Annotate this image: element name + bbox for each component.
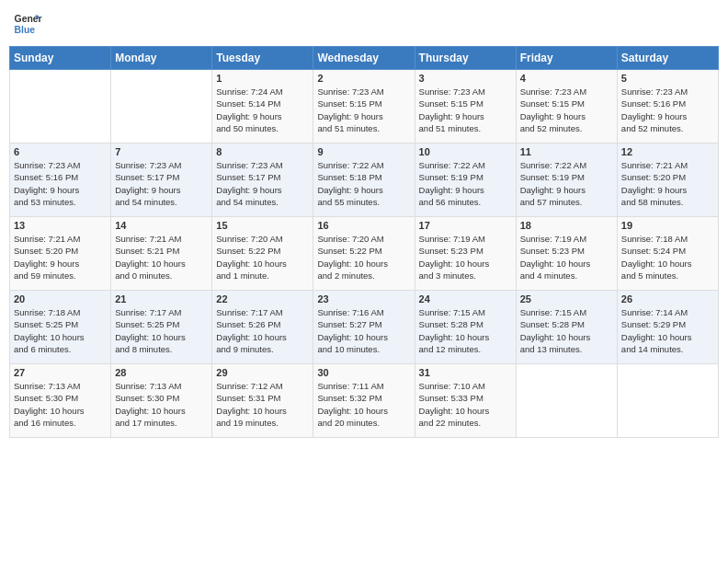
- day-cell: 8Sunrise: 7:23 AM Sunset: 5:17 PM Daylig…: [212, 144, 313, 217]
- day-cell: 20Sunrise: 7:18 AM Sunset: 5:25 PM Dayli…: [10, 291, 111, 364]
- day-cell: 22Sunrise: 7:17 AM Sunset: 5:26 PM Dayli…: [212, 291, 313, 364]
- day-cell: 18Sunrise: 7:19 AM Sunset: 5:23 PM Dayli…: [516, 217, 617, 291]
- day-cell: 3Sunrise: 7:23 AM Sunset: 5:15 PM Daylig…: [415, 70, 516, 144]
- day-cell: [111, 70, 212, 144]
- day-cell: 11Sunrise: 7:22 AM Sunset: 5:19 PM Dayli…: [516, 144, 617, 217]
- day-cell: 4Sunrise: 7:23 AM Sunset: 5:15 PM Daylig…: [516, 70, 617, 144]
- week-row-5: 27Sunrise: 7:13 AM Sunset: 5:30 PM Dayli…: [10, 364, 719, 438]
- day-number: 2: [317, 73, 410, 84]
- day-cell: 12Sunrise: 7:21 AM Sunset: 5:20 PM Dayli…: [617, 144, 718, 217]
- day-cell: 14Sunrise: 7:21 AM Sunset: 5:21 PM Dayli…: [111, 217, 212, 291]
- day-cell: 13Sunrise: 7:21 AM Sunset: 5:20 PM Dayli…: [10, 217, 111, 291]
- day-number: 14: [115, 220, 208, 231]
- day-info: Sunrise: 7:14 AM Sunset: 5:29 PM Dayligh…: [621, 306, 714, 355]
- day-cell: 21Sunrise: 7:17 AM Sunset: 5:25 PM Dayli…: [111, 291, 212, 364]
- day-cell: 31Sunrise: 7:10 AM Sunset: 5:33 PM Dayli…: [415, 364, 516, 438]
- weekday-header-wednesday: Wednesday: [313, 47, 415, 70]
- day-number: 16: [317, 220, 410, 231]
- day-number: 4: [520, 73, 613, 84]
- week-row-2: 6Sunrise: 7:23 AM Sunset: 5:16 PM Daylig…: [10, 144, 719, 217]
- day-info: Sunrise: 7:15 AM Sunset: 5:28 PM Dayligh…: [419, 306, 512, 355]
- day-info: Sunrise: 7:23 AM Sunset: 5:17 PM Dayligh…: [115, 159, 208, 208]
- weekday-header-sunday: Sunday: [10, 47, 111, 70]
- day-cell: 9Sunrise: 7:22 AM Sunset: 5:18 PM Daylig…: [313, 144, 415, 217]
- day-info: Sunrise: 7:19 AM Sunset: 5:23 PM Dayligh…: [419, 233, 512, 282]
- day-number: 13: [14, 220, 107, 231]
- weekday-header-monday: Monday: [111, 47, 212, 70]
- day-number: 27: [14, 367, 107, 378]
- day-number: 19: [621, 220, 714, 231]
- day-cell: 15Sunrise: 7:20 AM Sunset: 5:22 PM Dayli…: [212, 217, 313, 291]
- day-info: Sunrise: 7:23 AM Sunset: 5:16 PM Dayligh…: [621, 86, 714, 134]
- day-info: Sunrise: 7:15 AM Sunset: 5:28 PM Dayligh…: [520, 306, 613, 355]
- logo: General Blue: [13, 9, 42, 39]
- svg-text:Blue: Blue: [15, 25, 36, 35]
- day-info: Sunrise: 7:21 AM Sunset: 5:20 PM Dayligh…: [621, 159, 714, 208]
- week-row-3: 13Sunrise: 7:21 AM Sunset: 5:20 PM Dayli…: [10, 217, 719, 291]
- logo-icon: General Blue: [13, 9, 42, 39]
- day-cell: [516, 364, 617, 438]
- day-cell: 1Sunrise: 7:24 AM Sunset: 5:14 PM Daylig…: [212, 70, 313, 144]
- day-info: Sunrise: 7:20 AM Sunset: 5:22 PM Dayligh…: [216, 233, 309, 282]
- day-number: 12: [621, 146, 714, 157]
- day-info: Sunrise: 7:18 AM Sunset: 5:25 PM Dayligh…: [14, 306, 107, 355]
- day-cell: 28Sunrise: 7:13 AM Sunset: 5:30 PM Dayli…: [111, 364, 212, 438]
- day-number: 28: [115, 367, 208, 378]
- day-info: Sunrise: 7:24 AM Sunset: 5:14 PM Dayligh…: [216, 86, 309, 134]
- day-info: Sunrise: 7:21 AM Sunset: 5:20 PM Dayligh…: [14, 233, 107, 282]
- week-row-4: 20Sunrise: 7:18 AM Sunset: 5:25 PM Dayli…: [10, 291, 719, 364]
- day-cell: 19Sunrise: 7:18 AM Sunset: 5:24 PM Dayli…: [617, 217, 718, 291]
- day-info: Sunrise: 7:23 AM Sunset: 5:15 PM Dayligh…: [419, 86, 512, 134]
- day-cell: 25Sunrise: 7:15 AM Sunset: 5:28 PM Dayli…: [516, 291, 617, 364]
- day-number: 9: [317, 146, 410, 157]
- day-number: 17: [419, 220, 512, 231]
- day-number: 10: [419, 146, 512, 157]
- day-info: Sunrise: 7:19 AM Sunset: 5:23 PM Dayligh…: [520, 233, 613, 282]
- day-number: 15: [216, 220, 309, 231]
- day-info: Sunrise: 7:17 AM Sunset: 5:25 PM Dayligh…: [115, 306, 208, 355]
- week-row-1: 1Sunrise: 7:24 AM Sunset: 5:14 PM Daylig…: [10, 70, 719, 144]
- day-info: Sunrise: 7:23 AM Sunset: 5:15 PM Dayligh…: [520, 86, 613, 134]
- day-info: Sunrise: 7:13 AM Sunset: 5:30 PM Dayligh…: [14, 380, 107, 429]
- day-info: Sunrise: 7:23 AM Sunset: 5:17 PM Dayligh…: [216, 159, 309, 208]
- day-info: Sunrise: 7:20 AM Sunset: 5:22 PM Dayligh…: [317, 233, 410, 282]
- day-info: Sunrise: 7:10 AM Sunset: 5:33 PM Dayligh…: [419, 380, 512, 429]
- day-number: 7: [115, 146, 208, 157]
- day-number: 26: [621, 293, 714, 304]
- day-info: Sunrise: 7:23 AM Sunset: 5:16 PM Dayligh…: [14, 159, 107, 208]
- day-info: Sunrise: 7:22 AM Sunset: 5:19 PM Dayligh…: [419, 159, 512, 208]
- weekday-header-friday: Friday: [516, 47, 617, 70]
- calendar-table: SundayMondayTuesdayWednesdayThursdayFrid…: [9, 46, 719, 438]
- day-number: 31: [419, 367, 512, 378]
- day-number: 22: [216, 293, 309, 304]
- day-info: Sunrise: 7:13 AM Sunset: 5:30 PM Dayligh…: [115, 380, 208, 429]
- day-info: Sunrise: 7:22 AM Sunset: 5:19 PM Dayligh…: [520, 159, 613, 208]
- day-number: 30: [317, 367, 410, 378]
- day-number: 6: [14, 146, 107, 157]
- day-cell: 5Sunrise: 7:23 AM Sunset: 5:16 PM Daylig…: [617, 70, 718, 144]
- day-number: 11: [520, 146, 613, 157]
- day-cell: 6Sunrise: 7:23 AM Sunset: 5:16 PM Daylig…: [10, 144, 111, 217]
- day-number: 29: [216, 367, 309, 378]
- day-cell: 7Sunrise: 7:23 AM Sunset: 5:17 PM Daylig…: [111, 144, 212, 217]
- day-number: 5: [621, 73, 714, 84]
- page-header: General Blue: [9, 9, 719, 39]
- day-cell: 23Sunrise: 7:16 AM Sunset: 5:27 PM Dayli…: [313, 291, 415, 364]
- day-info: Sunrise: 7:21 AM Sunset: 5:21 PM Dayligh…: [115, 233, 208, 282]
- weekday-header-saturday: Saturday: [617, 47, 718, 70]
- day-number: 20: [14, 293, 107, 304]
- day-info: Sunrise: 7:11 AM Sunset: 5:32 PM Dayligh…: [317, 380, 410, 429]
- day-number: 1: [216, 73, 309, 84]
- day-info: Sunrise: 7:22 AM Sunset: 5:18 PM Dayligh…: [317, 159, 410, 208]
- day-cell: 24Sunrise: 7:15 AM Sunset: 5:28 PM Dayli…: [415, 291, 516, 364]
- day-cell: 17Sunrise: 7:19 AM Sunset: 5:23 PM Dayli…: [415, 217, 516, 291]
- day-info: Sunrise: 7:12 AM Sunset: 5:31 PM Dayligh…: [216, 380, 309, 429]
- day-cell: 30Sunrise: 7:11 AM Sunset: 5:32 PM Dayli…: [313, 364, 415, 438]
- day-number: 24: [419, 293, 512, 304]
- day-number: 23: [317, 293, 410, 304]
- day-info: Sunrise: 7:18 AM Sunset: 5:24 PM Dayligh…: [621, 233, 714, 282]
- day-cell: 29Sunrise: 7:12 AM Sunset: 5:31 PM Dayli…: [212, 364, 313, 438]
- day-number: 3: [419, 73, 512, 84]
- day-number: 8: [216, 146, 309, 157]
- day-cell: 27Sunrise: 7:13 AM Sunset: 5:30 PM Dayli…: [10, 364, 111, 438]
